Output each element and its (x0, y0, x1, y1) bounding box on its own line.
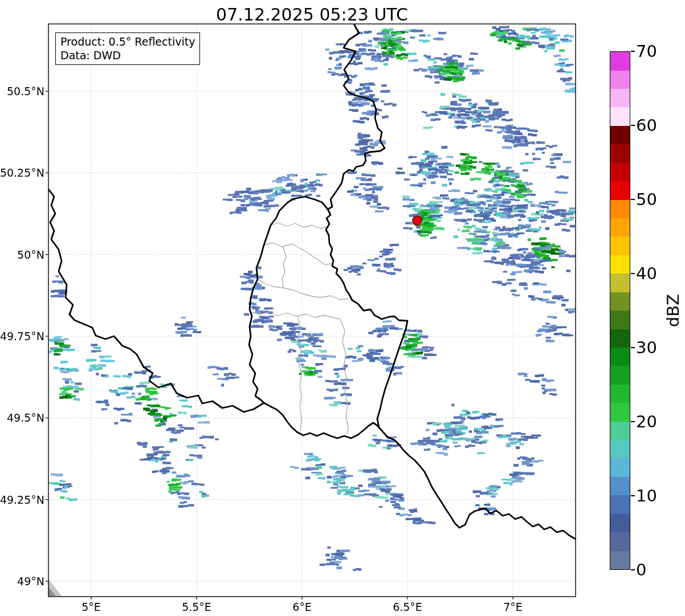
y-tick-label: 49.75°N (0, 330, 44, 342)
colorbar-band (610, 385, 630, 403)
colorbar-band (610, 329, 630, 348)
colorbar-band (610, 458, 630, 476)
colorbar-band (610, 274, 630, 292)
colorbar (610, 51, 630, 570)
colorbar-band (610, 440, 630, 458)
x-tick-label: 6°E (292, 601, 312, 613)
colorbar-band (610, 163, 630, 181)
colorbar-band (610, 144, 630, 162)
colorbar-band (610, 403, 630, 421)
colorbar-band (610, 71, 630, 89)
x-tick-label: 5°E (81, 601, 101, 613)
colorbar-tick-label: 70 (636, 42, 657, 61)
colorbar-tick-label: 40 (636, 264, 657, 283)
colorbar-band (610, 477, 630, 495)
product-annotation: Product: 0.5° Reflectivity Data: DWD (55, 32, 200, 65)
y-tick-label: 49°N (17, 575, 44, 588)
colorbar-tick-mark (631, 51, 635, 51)
colorbar-band (610, 514, 630, 532)
colorbar-axis-label: dBZ (663, 294, 683, 327)
colorbar-tick-label: 60 (636, 116, 657, 135)
colorbar-band (610, 52, 630, 70)
colorbar-band (610, 311, 630, 329)
colorbar-band (610, 495, 630, 513)
colorbar-band (610, 292, 630, 311)
colorbar-band (610, 236, 630, 255)
colorbar-tick-mark (631, 273, 635, 274)
colorbar-band (610, 551, 630, 569)
y-tick-label: 49.25°N (0, 493, 44, 506)
colorbar-tick-label: 10 (636, 486, 657, 505)
colorbar-tick-label: 20 (636, 412, 657, 431)
colorbar-band (610, 348, 630, 366)
colorbar-tick-mark (631, 495, 635, 496)
radar-figure: 07.12.2025 05:23 UTC Product: 0.5° Refle… (0, 0, 685, 616)
colorbar-band (610, 126, 630, 144)
colorbar-tick-mark (631, 569, 635, 570)
x-tick-label: 7°E (503, 601, 523, 613)
y-tick-label: 50°N (17, 248, 44, 261)
colorbar-band (610, 181, 630, 199)
colorbar-tick-mark (631, 199, 635, 199)
colorbar-band (610, 107, 630, 125)
colorbar-band (610, 200, 630, 218)
radar-map-canvas (0, 0, 685, 616)
colorbar-band (610, 218, 630, 236)
colorbar-tick-mark (631, 125, 635, 125)
colorbar-band (610, 422, 630, 440)
y-tick-label: 49.5°N (7, 411, 44, 424)
colorbar-band (610, 532, 630, 550)
y-tick-label: 50.5°N (7, 85, 44, 97)
colorbar-band (610, 255, 630, 274)
x-tick-label: 5.5°E (182, 601, 211, 613)
product-line: Product: 0.5° Reflectivity (60, 35, 195, 48)
y-tick-label: 50.25°N (0, 166, 44, 179)
colorbar-tick-mark (631, 421, 635, 422)
colorbar-tick-mark (631, 347, 635, 348)
data-source-line: Data: DWD (60, 48, 195, 62)
colorbar-tick-label: 50 (636, 190, 657, 209)
colorbar-band (610, 366, 630, 384)
colorbar-band (610, 89, 630, 107)
x-tick-label: 6.5°E (393, 601, 422, 613)
colorbar-tick-label: 0 (636, 560, 646, 580)
plot-title: 07.12.2025 05:23 UTC (48, 5, 576, 25)
colorbar-tick-label: 30 (636, 338, 657, 357)
